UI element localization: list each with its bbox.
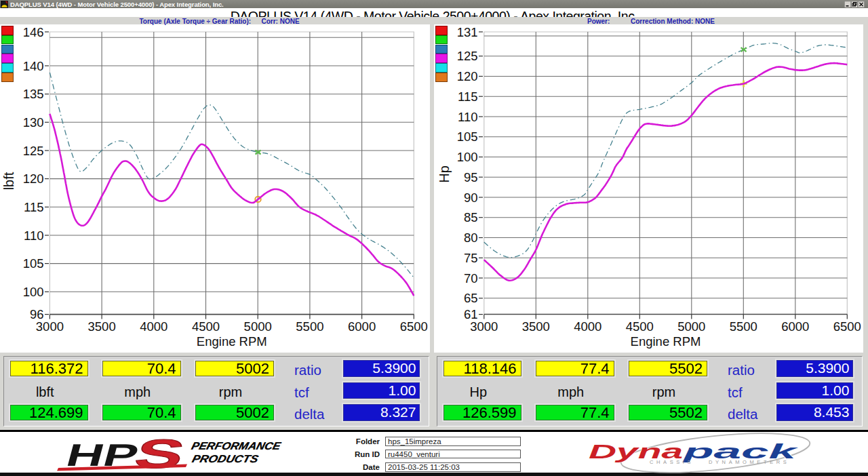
svg-text:70: 70 (464, 271, 478, 285)
svg-text:Hp: Hp (437, 165, 452, 183)
svg-text:4000: 4000 (140, 319, 167, 334)
svg-text:110: 110 (458, 110, 478, 124)
svg-text:6500: 6500 (400, 319, 428, 334)
svg-text:4500: 4500 (192, 319, 220, 334)
svg-text:4000: 4000 (574, 319, 601, 334)
svg-text:105: 105 (23, 256, 44, 271)
svg-text:6000: 6000 (348, 319, 376, 334)
svg-text:6500: 6500 (833, 319, 861, 334)
svg-text:3500: 3500 (88, 319, 116, 334)
svg-text:65: 65 (464, 291, 478, 305)
svg-text:120: 120 (23, 172, 44, 186)
svg-text:100: 100 (23, 285, 44, 299)
svg-text:5000: 5000 (677, 319, 705, 334)
svg-text:5000: 5000 (244, 319, 272, 334)
svg-text:3000: 3000 (470, 319, 498, 334)
svg-text:95: 95 (464, 170, 478, 184)
svg-text:lbft: lbft (1, 172, 16, 190)
svg-text:Engine RPM: Engine RPM (197, 334, 267, 349)
svg-text:DYNAMOMETERS: DYNAMOMETERS (709, 459, 789, 465)
svg-text:131: 131 (457, 25, 478, 39)
svg-text:110: 110 (24, 229, 44, 243)
svg-text:135: 135 (23, 87, 44, 101)
svg-text:85: 85 (464, 210, 478, 224)
svg-text:5500: 5500 (730, 319, 757, 334)
svg-text:4500: 4500 (626, 319, 654, 334)
svg-text:3000: 3000 (36, 319, 64, 334)
svg-text:75: 75 (464, 251, 478, 265)
svg-text:105: 105 (457, 130, 478, 144)
svg-text:Engine RPM: Engine RPM (631, 334, 701, 349)
svg-text:115: 115 (24, 200, 44, 214)
svg-text:140: 140 (23, 59, 44, 73)
svg-text:120: 120 (457, 69, 478, 83)
svg-text:130: 130 (23, 115, 44, 130)
svg-text:80: 80 (464, 231, 478, 245)
svg-text:100: 100 (457, 150, 478, 164)
svg-text:PRODUCTS: PRODUCTS (191, 453, 260, 464)
svg-text:6000: 6000 (781, 319, 809, 334)
svg-text:125: 125 (457, 49, 478, 63)
svg-text:115: 115 (458, 90, 478, 104)
svg-text:CHASSIS: CHASSIS (650, 459, 694, 465)
svg-text:146: 146 (23, 25, 44, 39)
svg-text:PERFORMANCE: PERFORMANCE (191, 440, 283, 452)
svg-text:125: 125 (23, 144, 44, 158)
svg-text:3500: 3500 (522, 319, 550, 334)
svg-text:90: 90 (464, 191, 478, 205)
svg-text:5500: 5500 (296, 319, 323, 334)
